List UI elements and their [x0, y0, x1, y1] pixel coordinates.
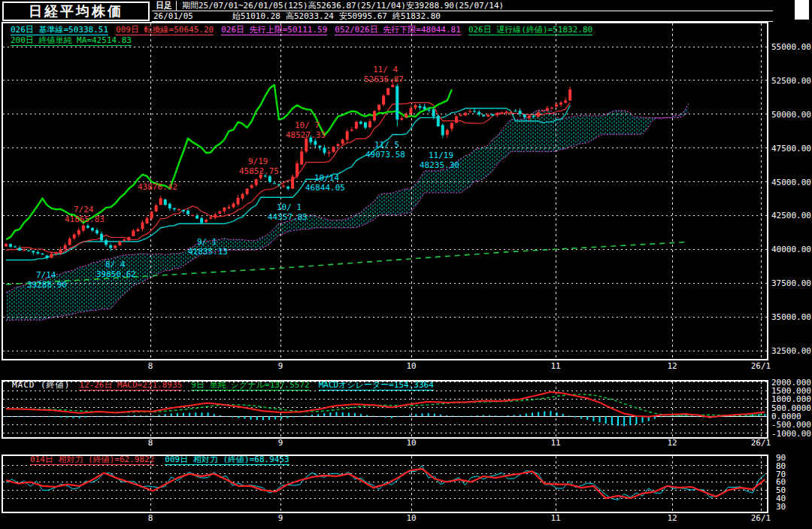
svg-text:52636.87: 52636.87 [364, 74, 404, 84]
svg-text:9: 9 [278, 438, 283, 448]
svg-text:11: 11 [550, 438, 560, 448]
price-annotation: 10/ 144357.85 [268, 202, 308, 222]
svg-text:48235.30: 48235.30 [420, 160, 459, 170]
svg-text:55000.00: 55000.00 [771, 42, 811, 52]
svg-text:10/14: 10/14 [314, 173, 339, 183]
svg-text:45852.75: 45852.75 [239, 166, 279, 176]
svg-text:40000.00: 40000.00 [771, 245, 811, 254]
svg-text:26/1: 26/1 [751, 513, 771, 523]
svg-text:39850.62: 39850.62 [96, 269, 136, 279]
svg-text:41865.83: 41865.83 [65, 214, 105, 224]
svg-text:9/19: 9/19 [248, 157, 268, 166]
svg-text:26/1: 26/1 [751, 438, 771, 448]
svg-text:30: 30 [776, 502, 786, 512]
svg-text:7/14: 7/14 [36, 270, 56, 280]
svg-text:47500.00: 47500.00 [771, 144, 811, 154]
svg-text:7/24: 7/24 [74, 205, 94, 214]
svg-text:52500.00: 52500.00 [771, 76, 811, 86]
price-annotation: 10/1446844.05 [305, 173, 345, 193]
chart-canvas[interactable]: 55000.0052500.0050000.0047500.0045000.00… [0, 0, 812, 529]
svg-text:8: 8 [148, 513, 153, 523]
main-price-panel[interactable]: 55000.0052500.0050000.0047500.0045000.00… [2, 23, 811, 371]
svg-text:-1000.00: -1000.00 [771, 429, 811, 439]
svg-text:45000.00: 45000.00 [771, 178, 811, 187]
macd-panel[interactable]: 2000.0001500.0001000.000500.00000.0000-5… [2, 378, 811, 448]
svg-text:11: 11 [550, 513, 560, 523]
svg-text:12: 12 [667, 438, 677, 448]
svg-text:46844.05: 46844.05 [305, 183, 345, 193]
svg-text:43876.42: 43876.42 [138, 182, 177, 192]
svg-text:12: 12 [667, 361, 677, 371]
svg-text:11: 11 [550, 361, 560, 371]
svg-text:35000.00: 35000.00 [771, 312, 811, 322]
price-annotation: 7/1439288.90 [27, 270, 67, 290]
svg-text:9/ 1: 9/ 1 [197, 237, 217, 247]
svg-text:9: 9 [278, 513, 283, 523]
price-annotation: 11/ 452636.87 [364, 65, 404, 84]
svg-text:11/ 5: 11/ 5 [374, 140, 399, 150]
svg-text:8/ 4: 8/ 4 [105, 260, 126, 269]
svg-text:41835.13: 41835.13 [188, 247, 228, 257]
rsi-panel[interactable]: 908070605040308910111226/1 [2, 453, 786, 523]
svg-text:32500.00: 32500.00 [771, 346, 811, 356]
svg-text:12: 12 [667, 513, 677, 523]
svg-text:10: 10 [406, 438, 416, 448]
price-annotation: 11/ 549073.58 [365, 140, 405, 160]
svg-text:42500.00: 42500.00 [771, 211, 811, 220]
svg-text:39288.90: 39288.90 [27, 280, 67, 290]
svg-text:37500.00: 37500.00 [771, 278, 811, 288]
svg-text:49073.58: 49073.58 [365, 150, 405, 160]
price-annotation: 7/2441865.83 [65, 205, 105, 224]
svg-text:11/19: 11/19 [429, 150, 453, 160]
svg-text:10: 10 [406, 361, 416, 371]
svg-text:9: 9 [278, 361, 283, 371]
svg-text:48527.33: 48527.33 [286, 130, 326, 140]
price-annotation: 11/1948235.30 [420, 150, 459, 170]
price-annotation: 43876.42 [138, 182, 177, 192]
svg-text:8: 8 [148, 361, 153, 371]
svg-text:11/ 4: 11/ 4 [373, 65, 398, 74]
svg-text:8: 8 [148, 438, 153, 448]
svg-text:44357.85: 44357.85 [268, 212, 308, 222]
price-annotation: 10/ 748527.33 [286, 120, 326, 140]
svg-text:10: 10 [406, 513, 416, 523]
svg-text:50000.00: 50000.00 [771, 110, 811, 120]
svg-text:26/1: 26/1 [751, 361, 771, 371]
price-annotation: 9/1945852.75 [239, 157, 279, 176]
svg-text:10/ 1: 10/ 1 [277, 202, 301, 212]
svg-text:10/ 7: 10/ 7 [295, 120, 320, 130]
